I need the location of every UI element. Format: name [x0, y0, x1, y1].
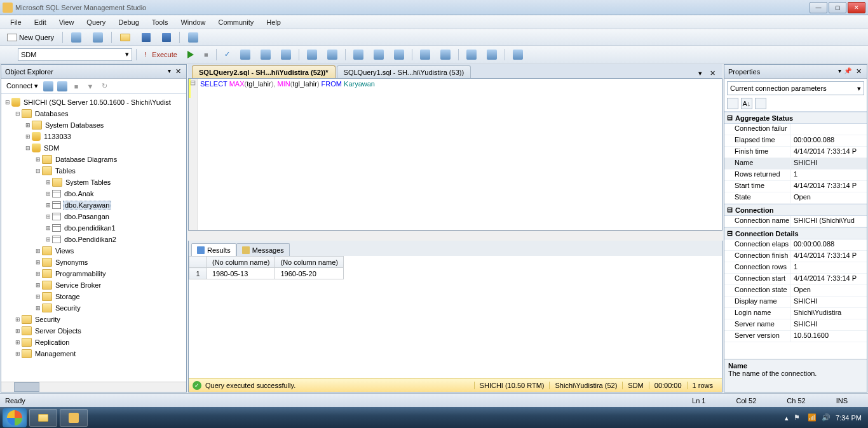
database-selector[interactable]: SDM ▾: [18, 48, 132, 61]
taskbar-ssms[interactable]: [60, 409, 88, 427]
property-row[interactable]: Connection stateOpen: [724, 285, 867, 297]
tree-tables[interactable]: ⊟Tables: [1, 165, 186, 177]
cat-connection[interactable]: ⊟Connection: [724, 204, 867, 216]
activity-monitor-button[interactable]: [184, 30, 203, 44]
close-button[interactable]: ✕: [848, 2, 865, 13]
alphabetical-button[interactable]: A↓: [741, 98, 752, 109]
tab-sqlquery2[interactable]: SQLQuery2.sql - SH...hi\Yudistira (52))*: [192, 65, 336, 78]
tree-table-anak[interactable]: ⊞dbo.Anak: [1, 188, 186, 199]
parse-button[interactable]: ✓: [220, 49, 234, 60]
property-row[interactable]: NameSHICHI: [724, 158, 867, 170]
tray-volume-icon[interactable]: 🔊: [822, 413, 831, 422]
tree-systables[interactable]: ⊞System Tables: [1, 177, 186, 188]
menu-file[interactable]: File: [4, 18, 28, 26]
menu-help[interactable]: Help: [260, 18, 287, 26]
properties-grid[interactable]: ⊟Aggregate Status Connection failurElaps…: [724, 112, 867, 359]
tree-db-sdm[interactable]: ⊟SDM: [1, 142, 186, 154]
save-button[interactable]: [137, 31, 155, 44]
sql-code[interactable]: SELECT MAX(tgl_lahir), MIN(tgl_lahir) FR…: [198, 79, 377, 230]
tree-server-node[interactable]: ⊟SHICHI (SQL Server 10.50.1600 - Shichi\…: [1, 97, 186, 108]
indent-button[interactable]: [463, 48, 480, 61]
property-row[interactable]: Login nameShichi\Yudistira: [724, 308, 867, 319]
property-row[interactable]: Connection finish4/14/2014 7:33:14 P: [724, 251, 867, 262]
tree-table-pendidikan2[interactable]: ⊞dbo.Pendidikan2: [1, 234, 186, 245]
property-row[interactable]: Rows returned1: [724, 170, 867, 181]
results-text-button[interactable]: [349, 48, 367, 61]
col-header-2[interactable]: (No column name): [275, 257, 343, 268]
toolbar-btn-d[interactable]: [303, 48, 321, 61]
tree-storage[interactable]: ⊞Storage: [1, 291, 186, 302]
cat-connection-details[interactable]: ⊟Connection Details: [724, 227, 867, 239]
minimize-button[interactable]: —: [810, 2, 827, 13]
property-row[interactable]: Elapsed time00:00:00.088: [724, 135, 867, 147]
tray-network-icon[interactable]: 📶: [808, 413, 817, 422]
pin-icon[interactable]: 📌: [844, 67, 851, 76]
tree-databases[interactable]: ⊟Databases: [1, 108, 186, 119]
tree-db-1133033[interactable]: ⊞1133033: [1, 131, 186, 142]
toolbar-btn-c[interactable]: [277, 48, 295, 61]
property-row[interactable]: Connection rows1: [724, 262, 867, 274]
tree-programmability[interactable]: ⊞Programmability: [1, 268, 186, 279]
tree-table-pasangan[interactable]: ⊞dbo.Pasangan: [1, 211, 186, 222]
connect-icon-1[interactable]: [42, 81, 55, 92]
menu-window[interactable]: Window: [174, 18, 212, 26]
menu-community[interactable]: Community: [212, 18, 261, 26]
start-button[interactable]: [3, 408, 27, 427]
tree-security-server[interactable]: ⊞Security: [1, 314, 186, 325]
cell-1-1[interactable]: 1980-05-13: [207, 268, 275, 279]
connect-icon-3[interactable]: ■: [70, 81, 83, 92]
tree-service-broker[interactable]: ⊞Service Broker: [1, 279, 186, 291]
menu-query[interactable]: Query: [80, 18, 112, 26]
property-row[interactable]: Display nameSHICHI: [724, 297, 867, 308]
toolbar-btn-b[interactable]: [257, 48, 275, 61]
menu-edit[interactable]: Edit: [28, 18, 53, 26]
property-row[interactable]: Connection failur: [724, 124, 867, 135]
menu-tools[interactable]: Tools: [146, 18, 175, 26]
editor-scrollbar[interactable]: [188, 231, 722, 241]
maximize-button[interactable]: ▢: [829, 2, 846, 13]
tree-management[interactable]: ⊞Management: [1, 348, 186, 359]
object-tree[interactable]: ⊟SHICHI (SQL Server 10.50.1600 - Shichi\…: [1, 94, 186, 382]
connect-icon-2[interactable]: [56, 81, 69, 92]
property-row[interactable]: Finish time4/14/2014 7:33:14 P: [724, 147, 867, 158]
new-query-button[interactable]: New Query: [3, 32, 58, 43]
outdent-button[interactable]: [483, 48, 501, 61]
col-header-1[interactable]: (No column name): [207, 257, 275, 268]
debug-button[interactable]: [184, 50, 198, 60]
tab-results[interactable]: Results: [191, 243, 236, 256]
execute-button[interactable]: ! Execute: [140, 50, 181, 60]
property-row[interactable]: Start time4/14/2014 7:33:14 P: [724, 181, 867, 192]
property-row[interactable]: Server nameSHICHI: [724, 319, 867, 331]
menu-view[interactable]: View: [53, 18, 81, 26]
specify-values-button[interactable]: [509, 48, 527, 61]
taskbar-explorer[interactable]: [29, 409, 57, 427]
property-row[interactable]: Connection elaps00:00:00.088: [724, 239, 867, 251]
tab-messages[interactable]: Messages: [236, 243, 290, 256]
tab-dropdown-icon[interactable]: ▾: [698, 69, 707, 78]
tree-replication[interactable]: ⊞Replication: [1, 337, 186, 348]
tree-sysdb[interactable]: ⊞System Databases: [1, 119, 186, 131]
connect-button[interactable]: Connect ▾: [4, 82, 41, 90]
categorized-button[interactable]: [727, 98, 738, 109]
uncomment-button[interactable]: [437, 48, 454, 61]
tree-synonyms[interactable]: ⊞Synonyms: [1, 257, 186, 268]
tree-table-pendidikan1[interactable]: ⊞dbo.pendidikan1: [1, 222, 186, 234]
menu-debug[interactable]: Debug: [112, 18, 145, 26]
cat-aggregate-status[interactable]: ⊟Aggregate Status: [724, 112, 867, 124]
results-grid[interactable]: (No column name) (No column name) 1 1980…: [189, 256, 722, 378]
comment-button[interactable]: [416, 48, 434, 61]
toolbar-btn-2[interactable]: [88, 30, 107, 44]
tree-views[interactable]: ⊞Views: [1, 245, 186, 257]
tree-diagrams[interactable]: ⊞Database Diagrams: [1, 154, 186, 165]
property-row[interactable]: Connection start4/14/2014 7:33:14 P: [724, 274, 867, 285]
toolbar-btn-a[interactable]: [236, 48, 254, 61]
properties-selector[interactable]: Current connection parameters▾: [727, 81, 864, 95]
tray-show-hidden-icon[interactable]: ▴: [785, 414, 789, 422]
results-grid-button[interactable]: [370, 48, 388, 61]
tab-close-icon[interactable]: ✕: [710, 69, 719, 78]
row-number[interactable]: 1: [189, 268, 207, 279]
tray-flag-icon[interactable]: ⚑: [794, 413, 803, 422]
sql-editor[interactable]: ⊟ SELECT MAX(tgl_lahir), MIN(tgl_lahir) …: [188, 78, 722, 231]
toolbar-btn-e[interactable]: [323, 48, 341, 61]
tree-security-db[interactable]: ⊞Security: [1, 302, 186, 314]
